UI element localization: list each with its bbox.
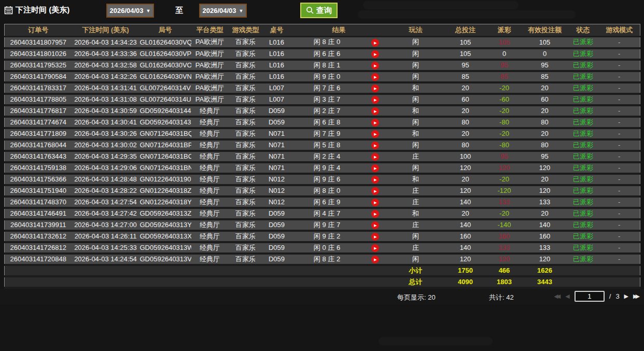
next-page-button[interactable]: ▶ <box>624 293 628 300</box>
replay-icon[interactable]: ▶ <box>371 119 379 127</box>
replay-icon[interactable]: ▶ <box>371 210 379 218</box>
game-type: 百家乐 <box>229 60 263 71</box>
col-order-number: 订单号 <box>5 24 72 37</box>
subtotal-total-bet: 1750 <box>444 265 487 276</box>
replay-icon[interactable]: ▶ <box>371 199 379 206</box>
table-number: L016 <box>263 37 291 48</box>
platform-type: PA欧洲厅 <box>191 71 229 82</box>
total-bet: 140 <box>444 219 487 231</box>
payout: 85 <box>487 71 522 82</box>
date-to-select[interactable]: 2026/04/03 ▼ <box>199 4 247 18</box>
result-text: 闲 6 庄 8 <box>291 117 363 128</box>
last-page-button[interactable]: ▶▶ <box>633 293 640 300</box>
round-number: GL0072640314V <box>139 82 191 94</box>
replay-cell: ▶ <box>363 139 387 151</box>
bet-time: 2026-04-03 14:31:41 <box>72 82 139 94</box>
bet-time: 2026-04-03 14:29:06 <box>72 162 139 174</box>
payout: -20 <box>487 208 522 219</box>
play-type: 闲 <box>387 139 444 151</box>
status: 已派彩 <box>568 117 599 128</box>
replay-icon[interactable]: ▶ <box>371 85 379 92</box>
round-number: GN071264031BQ <box>139 128 191 139</box>
replay-icon[interactable]: ▶ <box>371 107 379 115</box>
replay-icon[interactable]: ▶ <box>371 50 379 58</box>
col-game-type: 游戏类型 <box>229 24 263 37</box>
total-bet: 120 <box>444 254 487 265</box>
valid-bet: 80 <box>522 139 568 151</box>
platform-type: 经典厅 <box>191 219 229 231</box>
total-bet: 160 <box>444 231 487 242</box>
platform-type: 经典厅 <box>191 162 229 174</box>
order-number: 260403141759138 <box>5 162 72 174</box>
order-number: 260403141739911 <box>5 219 72 231</box>
table-number: L016 <box>263 60 291 71</box>
game-mode: - <box>599 208 640 219</box>
first-page-button[interactable]: ◀◀ <box>554 293 561 300</box>
platform-type: 经典厅 <box>191 242 229 254</box>
prev-page-button[interactable]: ◀ <box>565 293 569 300</box>
payout: -20 <box>487 105 522 117</box>
payout: 105 <box>487 37 522 48</box>
replay-icon[interactable]: ▶ <box>371 153 379 161</box>
replay-icon[interactable]: ▶ <box>371 187 379 195</box>
table-number: D059 <box>263 242 291 254</box>
table-number: D059 <box>263 219 291 231</box>
col-round-number: 局号 <box>139 24 191 37</box>
search-button[interactable]: 查询 <box>300 3 338 18</box>
platform-type: 经典厅 <box>191 231 229 242</box>
subtotal-row: 小计 1750 466 1626 <box>5 265 640 276</box>
round-number: GL0072640314U <box>139 94 191 105</box>
valid-bet: 160 <box>522 231 568 242</box>
bet-time: 2026-04-03 14:27:42 <box>72 208 139 219</box>
game-mode: - <box>599 37 640 48</box>
game-type: 百家乐 <box>229 71 263 82</box>
play-type: 和 <box>387 174 444 185</box>
replay-icon[interactable]: ▶ <box>371 62 379 69</box>
game-mode: - <box>599 71 640 82</box>
game-type: 百家乐 <box>229 128 263 139</box>
table-row: 2604031417833172026-04-03 14:31:41GL0072… <box>5 82 640 94</box>
game-type: 百家乐 <box>229 208 263 219</box>
replay-icon[interactable]: ▶ <box>371 221 379 229</box>
replay-icon[interactable]: ▶ <box>371 164 379 172</box>
platform-type: PA欧洲厅 <box>191 48 229 60</box>
bet-time: 2026-04-03 14:30:26 <box>72 128 139 139</box>
search-button-label: 查询 <box>316 6 332 16</box>
replay-icon[interactable]: ▶ <box>371 244 379 252</box>
replay-icon[interactable]: ▶ <box>371 142 379 149</box>
replay-icon[interactable]: ▶ <box>371 96 379 104</box>
result-text: 闲 7 庄 9 <box>291 128 363 139</box>
background-decoration <box>379 337 493 345</box>
replay-icon[interactable]: ▶ <box>371 176 379 184</box>
status: 已派彩 <box>568 48 599 60</box>
table-number: N012 <box>263 196 291 208</box>
valid-bet: 120 <box>522 254 568 265</box>
replay-icon[interactable]: ▶ <box>371 39 379 47</box>
platform-type: PA欧洲厅 <box>191 82 229 94</box>
replay-icon[interactable]: ▶ <box>371 130 379 138</box>
replay-icon[interactable]: ▶ <box>371 73 379 81</box>
valid-bet: 85 <box>522 71 568 82</box>
date-from-value: 2026/04/03 <box>110 7 144 15</box>
total-bet: 140 <box>444 242 487 254</box>
platform-type: PA欧洲厅 <box>191 37 229 48</box>
total-bet: 105 <box>444 37 487 48</box>
game-mode: - <box>599 254 640 265</box>
replay-cell: ▶ <box>363 37 387 48</box>
replay-icon[interactable]: ▶ <box>371 233 379 241</box>
replay-icon[interactable]: ▶ <box>371 256 379 263</box>
play-type: 闲 <box>387 254 444 265</box>
order-number: 260403141783317 <box>5 82 72 94</box>
date-from-select[interactable]: 2026/04/03 ▼ <box>106 4 154 18</box>
order-number: 260403141776817 <box>5 105 72 117</box>
filter-label: 下注时间 (美东) <box>16 5 69 15</box>
status: 已派彩 <box>568 254 599 265</box>
table-row: 2604031417905842026-04-03 14:32:26GL0162… <box>5 71 640 82</box>
search-icon <box>306 6 314 15</box>
valid-bet: 20 <box>522 208 568 219</box>
play-type: 闲 <box>387 231 444 242</box>
valid-bet: 120 <box>522 185 568 196</box>
total-bet: 100 <box>444 151 487 162</box>
page-input[interactable] <box>575 291 605 302</box>
valid-bet: 95 <box>522 60 568 71</box>
